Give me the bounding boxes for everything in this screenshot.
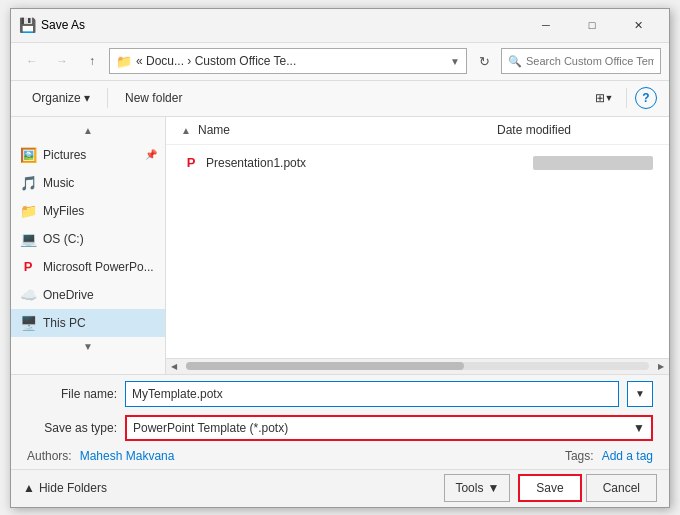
bottom-section: File name: ▼ Save as type: PowerPoint Te… xyxy=(11,374,669,507)
save-type-value: PowerPoint Template (*.potx) xyxy=(133,421,288,435)
sidebar-scroll-down[interactable]: ▼ xyxy=(11,337,165,357)
onedrive-icon: ☁️ xyxy=(19,287,37,303)
save-type-label: Save as type: xyxy=(27,421,117,435)
nav-bar: ← → ↑ 📁 « Docu... › Custom Office Te... … xyxy=(11,43,669,81)
dialog-title: Save As xyxy=(41,18,523,32)
sidebar-scroll-up[interactable]: ▲ xyxy=(11,121,165,141)
title-bar: 💾 Save As ─ □ ✕ xyxy=(11,9,669,43)
toolbar-divider xyxy=(107,88,108,108)
search-input[interactable] xyxy=(526,55,654,67)
save-type-dropdown-icon: ▼ xyxy=(633,421,645,435)
file-list-header: ▲ Name Date modified xyxy=(166,117,669,145)
hscroll-left[interactable]: ◀ xyxy=(166,358,182,374)
toolbar-divider-2 xyxy=(626,88,627,108)
address-bar[interactable]: 📁 « Docu... › Custom Office Te... ▼ xyxy=(109,48,467,74)
hscroll-area: ◀ ▶ xyxy=(166,358,669,374)
address-path: « Docu... › Custom Office Te... xyxy=(136,54,446,68)
folder-icon: 📁 xyxy=(116,54,132,69)
close-button[interactable]: ✕ xyxy=(615,8,661,42)
powerpoint-icon: P xyxy=(19,259,37,274)
view-icon: ⊞ xyxy=(595,91,605,105)
tags-label: Tags: xyxy=(565,449,594,463)
sidebar-item-pictures[interactable]: 🖼️ Pictures 📌 xyxy=(11,141,165,169)
tools-label: Tools xyxy=(455,481,483,495)
minimize-button[interactable]: ─ xyxy=(523,8,569,42)
header-scroll-up[interactable]: ▲ xyxy=(178,117,194,144)
pin-icon: 📌 xyxy=(145,149,157,160)
file-list: P Presentation1.potx xyxy=(166,145,669,358)
footer-bar: ▲ Hide Folders Tools ▼ Save Cancel xyxy=(11,469,669,507)
file-icon: P xyxy=(182,155,200,170)
search-icon: 🔍 xyxy=(508,55,522,68)
authors-label: Authors: xyxy=(27,449,72,463)
forward-button[interactable]: → xyxy=(49,48,75,74)
search-box: 🔍 xyxy=(501,48,661,74)
thispc-icon: 🖥️ xyxy=(19,315,37,331)
dialog-icon: 💾 xyxy=(19,17,35,33)
save-button[interactable]: Save xyxy=(518,474,581,502)
sidebar-item-osc[interactable]: 💻 OS (C:) xyxy=(11,225,165,253)
col-modified-header: Date modified xyxy=(497,123,657,137)
file-area: ▲ Name Date modified P Presentation1.pot… xyxy=(166,117,669,374)
tools-button[interactable]: Tools ▼ xyxy=(444,474,510,502)
file-name-label: File name: xyxy=(27,387,117,401)
hscroll-right[interactable]: ▶ xyxy=(653,358,669,374)
sidebar-item-myfiles[interactable]: 📁 MyFiles xyxy=(11,197,165,225)
tools-dropdown-icon: ▼ xyxy=(487,481,499,495)
back-button[interactable]: ← xyxy=(19,48,45,74)
hide-folders-icon: ▲ xyxy=(23,481,35,495)
save-type-select[interactable]: PowerPoint Template (*.potx) ▼ xyxy=(125,415,653,441)
view-dropdown-icon: ▼ xyxy=(605,93,614,103)
hide-folders-label: Hide Folders xyxy=(39,481,107,495)
sidebar-item-thispc[interactable]: 🖥️ This PC xyxy=(11,309,165,337)
col-name-header: Name xyxy=(194,123,497,137)
refresh-button[interactable]: ↻ xyxy=(471,48,497,74)
sidebar-item-music[interactable]: 🎵 Music xyxy=(11,169,165,197)
table-row[interactable]: P Presentation1.potx xyxy=(166,149,669,177)
file-name-input[interactable] xyxy=(125,381,619,407)
sidebar-item-powerpoint[interactable]: P Microsoft PowerPo... xyxy=(11,253,165,281)
main-content: ▲ 🖼️ Pictures 📌 🎵 Music 📁 MyFiles 💻 OS (… xyxy=(11,117,669,374)
save-type-row: Save as type: PowerPoint Template (*.pot… xyxy=(11,413,669,447)
cancel-button[interactable]: Cancel xyxy=(586,474,657,502)
up-button[interactable]: ↑ xyxy=(79,48,105,74)
save-as-dialog: 💾 Save As ─ □ ✕ ← → ↑ 📁 « Docu... › Cust… xyxy=(10,8,670,508)
sidebar: ▲ 🖼️ Pictures 📌 🎵 Music 📁 MyFiles 💻 OS (… xyxy=(11,117,166,374)
file-name-dropdown[interactable]: ▼ xyxy=(627,381,653,407)
file-date xyxy=(533,156,653,170)
authors-value[interactable]: Mahesh Makvana xyxy=(80,449,175,463)
hide-folders-button[interactable]: ▲ Hide Folders xyxy=(23,481,107,495)
toolbar: Organize ▾ New folder ⊞ ▼ ? xyxy=(11,81,669,117)
maximize-button[interactable]: □ xyxy=(569,8,615,42)
hscroll-thumb xyxy=(186,362,464,370)
hscroll-track[interactable] xyxy=(186,362,649,370)
pictures-icon: 🖼️ xyxy=(19,147,37,163)
new-folder-button[interactable]: New folder xyxy=(116,86,191,110)
music-icon: 🎵 xyxy=(19,175,37,191)
osc-icon: 💻 xyxy=(19,231,37,247)
sidebar-item-onedrive[interactable]: ☁️ OneDrive xyxy=(11,281,165,309)
address-dropdown-icon: ▼ xyxy=(450,56,460,67)
myfiles-icon: 📁 xyxy=(19,203,37,219)
tags-input[interactable]: Add a tag xyxy=(602,449,653,463)
help-button[interactable]: ? xyxy=(635,87,657,109)
window-controls: ─ □ ✕ xyxy=(523,8,661,42)
organize-button[interactable]: Organize ▾ xyxy=(23,86,99,110)
meta-row: Authors: Mahesh Makvana Tags: Add a tag xyxy=(11,447,669,469)
file-name-row: File name: ▼ xyxy=(11,375,669,413)
view-button[interactable]: ⊞ ▼ xyxy=(590,86,618,110)
